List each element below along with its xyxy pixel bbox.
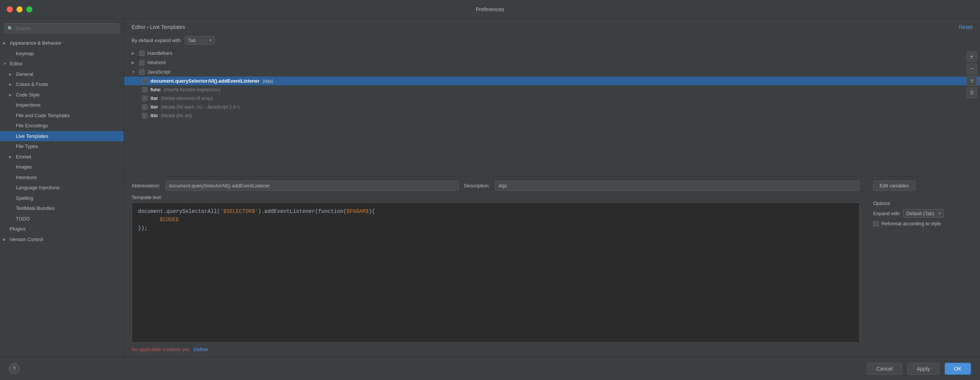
sidebar-item-spelling[interactable]: Spelling bbox=[0, 193, 124, 204]
arrow-icon bbox=[9, 81, 14, 87]
template-item-itin[interactable]: itin (Iterate (for..in)) bbox=[124, 111, 980, 120]
options-expand-select[interactable]: Default (Tab) Tab Space Enter bbox=[903, 209, 944, 218]
detail-main: Abbreviation: Description: Template text… bbox=[124, 176, 867, 357]
sidebar-item-label: Editor bbox=[10, 60, 22, 68]
expand-with-row: Expand with Default (Tab) Tab Space Ente… bbox=[873, 209, 974, 218]
item-desc: (dqa) bbox=[262, 79, 273, 84]
sidebar-item-label: Emmet bbox=[16, 153, 31, 161]
arrow-icon bbox=[9, 92, 14, 98]
add-template-button[interactable]: + bbox=[966, 51, 977, 62]
minimize-button[interactable] bbox=[16, 6, 22, 13]
template-text-label: Template text: bbox=[132, 195, 860, 200]
define-link[interactable]: Define bbox=[194, 347, 208, 352]
expand-with-select[interactable]: Tab Space Enter bbox=[185, 36, 215, 45]
sidebar-item-appearance[interactable]: Appearance & Behavior bbox=[0, 38, 124, 48]
item-desc: (Iterate elements of array) bbox=[161, 96, 213, 101]
reset-button[interactable]: Reset bbox=[959, 24, 972, 30]
search-input[interactable] bbox=[5, 23, 119, 33]
arrow-icon bbox=[132, 51, 136, 55]
sidebar-item-label: Appearance & Behavior bbox=[10, 40, 61, 47]
group-checkbox[interactable] bbox=[139, 51, 145, 56]
sidebar-item-inspections[interactable]: Inspections bbox=[0, 100, 124, 111]
side-buttons: + − ⎘ ☰ bbox=[966, 51, 977, 98]
close-button[interactable] bbox=[7, 6, 13, 13]
group-handlebars[interactable]: Handlebars bbox=[124, 48, 980, 58]
sidebar-item-keymap[interactable]: Keymap bbox=[0, 48, 124, 59]
sidebar-item-label: Version Control bbox=[10, 236, 43, 243]
reformat-row: Reformat according to style bbox=[873, 221, 974, 226]
group-checkbox[interactable] bbox=[139, 60, 145, 65]
sidebar-item-file-types[interactable]: File Types bbox=[0, 141, 124, 152]
group-javascript[interactable]: JavaScript bbox=[124, 67, 980, 77]
sidebar-item-label: File Types bbox=[16, 142, 38, 150]
bottom-bar: ? Cancel Apply OK bbox=[0, 357, 980, 380]
template-item-itar[interactable]: itar (Iterate elements of array) bbox=[124, 94, 980, 103]
copy-template-button[interactable]: ⎘ bbox=[966, 76, 977, 86]
sidebar-item-intentions[interactable]: Intentions bbox=[0, 173, 124, 183]
group-checkbox[interactable] bbox=[139, 70, 145, 75]
sidebar-item-editor[interactable]: Editor bbox=[0, 59, 124, 69]
item-checkbox[interactable] bbox=[142, 104, 147, 110]
item-desc: (Inserts function expression) bbox=[164, 87, 220, 92]
abbreviation-input[interactable] bbox=[165, 180, 459, 191]
sidebar-item-label: Code Style bbox=[16, 91, 40, 99]
apply-button[interactable]: Apply bbox=[907, 363, 939, 375]
template-item-func[interactable]: func (Inserts function expression) bbox=[124, 85, 980, 94]
sidebar-item-code-style[interactable]: Code Style bbox=[0, 90, 124, 100]
breadcrumb: Editor › Live Templates bbox=[132, 24, 185, 30]
help-button[interactable]: ? bbox=[9, 364, 19, 374]
description-label: Description: bbox=[464, 183, 490, 188]
sidebar-item-textmate[interactable]: TextMate Bundles bbox=[0, 203, 124, 214]
move-template-button[interactable]: ☰ bbox=[966, 87, 977, 98]
sidebar-item-todo[interactable]: TODO bbox=[0, 214, 124, 224]
item-checkbox[interactable] bbox=[142, 87, 147, 92]
preferences-window: Preferences 🔍 Appearance & Behavior Keym… bbox=[0, 0, 980, 380]
sidebar-item-live-templates[interactable]: Live Templates bbox=[0, 131, 124, 142]
search-box: 🔍 bbox=[5, 23, 119, 33]
sidebar-item-label: Live Templates bbox=[16, 133, 48, 140]
arrow-icon bbox=[9, 71, 14, 77]
panel-toolbar: By default expand with Tab Space Enter ▼ bbox=[124, 34, 980, 48]
expand-with-select-wrap: Default (Tab) Tab Space Enter ▼ bbox=[903, 209, 944, 218]
sidebar-item-emmet[interactable]: Emmet bbox=[0, 152, 124, 162]
title-bar: Preferences bbox=[0, 0, 980, 19]
panel-header: Editor › Live Templates Reset bbox=[124, 19, 980, 34]
sidebar-item-images[interactable]: Images bbox=[0, 162, 124, 173]
description-input[interactable] bbox=[495, 180, 860, 191]
sidebar-item-file-encodings[interactable]: File Encodings bbox=[0, 120, 124, 131]
sidebar-item-colors-fonts[interactable]: Colors & Fonts bbox=[0, 79, 124, 90]
edit-variables-button[interactable]: Edit variables bbox=[873, 180, 915, 191]
arrow-icon bbox=[9, 154, 14, 160]
arrow-icon bbox=[132, 60, 136, 65]
sidebar-item-language-injections[interactable]: Language Injections bbox=[0, 182, 124, 193]
item-checkbox[interactable] bbox=[142, 96, 147, 101]
sidebar-item-file-code-templates[interactable]: File and Code Templates bbox=[0, 111, 124, 121]
reformat-checkbox[interactable] bbox=[873, 221, 878, 226]
template-item-dqa[interactable]: document.querySelectorAll().addEventList… bbox=[124, 77, 980, 85]
detail-side: Edit variables Options Expand with Defau… bbox=[867, 176, 980, 357]
template-editor[interactable]: document.querySelectorAll('$SELECTOR$').… bbox=[132, 203, 860, 343]
cancel-button[interactable]: Cancel bbox=[867, 363, 902, 375]
group-html-xml[interactable]: html/xml bbox=[124, 58, 980, 67]
window-title: Preferences bbox=[476, 6, 504, 13]
item-checkbox[interactable] bbox=[142, 113, 147, 118]
ok-button[interactable]: OK bbox=[945, 363, 971, 375]
sidebar-item-label: TextMate Bundles bbox=[16, 205, 54, 212]
item-abbrev: itin bbox=[150, 112, 158, 118]
sidebar-tree: Appearance & Behavior Keymap Editor Gene… bbox=[0, 36, 124, 357]
options-section: Options Expand with Default (Tab) Tab Sp… bbox=[873, 201, 974, 226]
group-label: JavaScript bbox=[147, 69, 170, 75]
template-item-iter[interactable]: iter (Iterate (for each..in) – JavaScrip… bbox=[124, 103, 980, 111]
remove-template-button[interactable]: − bbox=[966, 63, 977, 74]
detail-section: Abbreviation: Description: Template text… bbox=[124, 176, 980, 357]
group-label: html/xml bbox=[147, 60, 165, 65]
sidebar-item-general[interactable]: General bbox=[0, 69, 124, 79]
expand-select-wrap: Tab Space Enter ▼ bbox=[185, 36, 215, 45]
sidebar-item-label: Intentions bbox=[16, 174, 37, 181]
item-checkbox[interactable] bbox=[142, 79, 147, 84]
sidebar-item-plugins[interactable]: Plugins bbox=[0, 224, 124, 234]
template-text-section: Template text: document.querySelectorAll… bbox=[132, 195, 860, 343]
item-abbrev: document.querySelectorAll().addEventList… bbox=[150, 78, 259, 84]
maximize-button[interactable] bbox=[26, 6, 32, 13]
sidebar-item-version-control[interactable]: Version Control bbox=[0, 234, 124, 245]
